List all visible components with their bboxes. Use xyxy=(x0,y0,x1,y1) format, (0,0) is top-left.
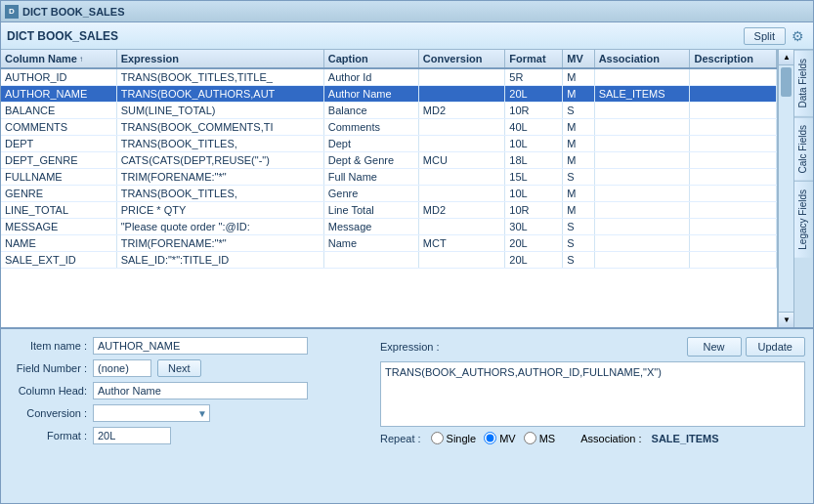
cell-expression: TRANS(BOOK_AUTHORS,AUT xyxy=(116,86,323,103)
table-row[interactable]: FULLNAMETRIM(FORENAME:"*"Full Name15LS xyxy=(1,169,777,186)
cell-association xyxy=(594,119,690,136)
cell-conversion: MD2 xyxy=(418,103,504,119)
th-caption[interactable]: Caption xyxy=(323,50,418,68)
column-head-input[interactable] xyxy=(93,382,308,399)
expression-box[interactable]: TRANS(BOOK_AUTHORS,AUTHOR_ID,FULLNAME,"X… xyxy=(380,361,805,427)
cell-conversion xyxy=(418,68,504,86)
cell-description xyxy=(690,152,777,169)
th-expression[interactable]: Expression xyxy=(116,50,323,68)
association-label: Association : xyxy=(580,433,641,444)
cell-conversion xyxy=(418,169,504,186)
cell-mv: M xyxy=(563,68,594,86)
cell-format: 15L xyxy=(505,169,563,186)
table-row[interactable]: AUTHOR_NAMETRANS(BOOK_AUTHORS,AUTAuthor … xyxy=(1,86,777,103)
repeat-single-radio[interactable] xyxy=(431,432,444,444)
table-row[interactable]: SALE_EXT_IDSALE_ID:"*":TITLE_ID20LS xyxy=(1,252,777,269)
table-row[interactable]: GENRETRANS(BOOK_TITLES,Genre10LM xyxy=(1,186,777,202)
expression-buttons: New Update xyxy=(687,337,806,357)
cell-format: 10L xyxy=(505,186,563,202)
table-row[interactable]: DEPTTRANS(BOOK_TITLES,Dept10LM xyxy=(1,136,777,152)
cell-association xyxy=(594,252,690,269)
item-name-row: Item name : xyxy=(9,337,361,355)
repeat-row: Repeat : Single MV MS xyxy=(380,432,805,444)
toolbar-right: Split ⚙ xyxy=(744,27,807,45)
table-row[interactable]: MESSAGE"Please quote order ":@ID:Message… xyxy=(1,219,777,235)
th-description[interactable]: Description xyxy=(690,50,777,68)
scrollbar[interactable]: ▲ ▼ xyxy=(778,50,793,327)
cell-caption: Line Total xyxy=(323,202,418,219)
expression-label: Expression : xyxy=(380,341,440,353)
expression-value: TRANS(BOOK_AUTHORS,AUTHOR_ID,FULLNAME,"X… xyxy=(385,366,662,378)
table-container[interactable]: Column Name ↑ Expression Caption Convers… xyxy=(1,50,777,327)
table-row[interactable]: AUTHOR_IDTRANS(BOOK_TITLES,TITLE_Author … xyxy=(1,68,777,86)
field-number-input[interactable] xyxy=(93,359,151,377)
main-area: Column Name ↑ Expression Caption Convers… xyxy=(1,50,813,327)
split-button[interactable]: Split xyxy=(744,27,786,45)
association-value: SALE_ITEMS xyxy=(652,433,719,444)
table-row[interactable]: NAMETRIM(FORENAME:"*"NameMCT20LS xyxy=(1,235,777,252)
repeat-mv-radio[interactable] xyxy=(484,432,496,444)
cell-expression: TRANS(BOOK_TITLES,TITLE_ xyxy=(116,68,323,86)
cell-mv: M xyxy=(563,152,594,169)
cell-description xyxy=(690,252,777,269)
new-button[interactable]: New xyxy=(687,337,742,357)
table-row[interactable]: LINE_TOTALPRICE * QTYLine TotalMD210RM xyxy=(1,202,777,219)
cell-caption: Comments xyxy=(323,119,418,136)
cell-format: 10L xyxy=(505,136,563,152)
cell-expression: TRIM(FORENAME:"*" xyxy=(116,235,323,252)
update-button[interactable]: Update xyxy=(746,337,805,357)
repeat-ms-label: MS xyxy=(539,433,556,444)
th-conversion[interactable]: Conversion xyxy=(418,50,504,68)
th-column-name[interactable]: Column Name ↑ xyxy=(1,50,116,68)
repeat-ms-radio[interactable] xyxy=(524,432,536,444)
cell-association: SALE_ITEMS xyxy=(594,86,690,103)
cell-mv: M xyxy=(563,202,594,219)
th-mv[interactable]: MV xyxy=(563,50,594,68)
cell-column_name: DEPT_GENRE xyxy=(1,152,116,169)
cell-expression: PRICE * QTY xyxy=(116,202,323,219)
cell-column_name: LINE_TOTAL xyxy=(1,202,116,219)
cell-expression: SALE_ID:"*":TITLE_ID xyxy=(116,252,323,269)
cell-association xyxy=(594,136,690,152)
cell-caption: Author Id xyxy=(323,68,418,86)
cell-format: 20L xyxy=(505,252,563,269)
scroll-thumb[interactable] xyxy=(781,67,792,97)
cell-association xyxy=(594,186,690,202)
table-row[interactable]: COMMENTSTRANS(BOOK_COMMENTS,TIComments40… xyxy=(1,119,777,136)
item-name-input[interactable] xyxy=(93,337,308,355)
data-fields-tab[interactable]: Data Fields xyxy=(794,50,813,116)
conversion-row: Conversion : MD2 MCU MCT ▼ xyxy=(9,404,361,422)
table-row[interactable]: BALANCESUM(LINE_TOTAL)BalanceMD210RS xyxy=(1,103,777,119)
calc-fields-tab[interactable]: Calc Fields xyxy=(794,116,813,181)
side-tabs: Data Fields Calc Fields Legacy Fields xyxy=(793,50,813,327)
cell-mv: M xyxy=(563,86,594,103)
scroll-up-button[interactable]: ▲ xyxy=(779,50,794,65)
column-head-row: Column Head: xyxy=(9,382,361,399)
format-label: Format : xyxy=(9,430,87,441)
legacy-fields-tab[interactable]: Legacy Fields xyxy=(794,181,813,258)
conversion-select[interactable]: MD2 MCU MCT xyxy=(93,404,210,422)
scroll-track xyxy=(779,65,793,312)
cell-mv: S xyxy=(563,252,594,269)
th-association[interactable]: Association xyxy=(594,50,690,68)
table-row[interactable]: DEPT_GENRECATS(CATS(DEPT,REUSE("-")Dept … xyxy=(1,152,777,169)
cell-mv: M xyxy=(563,186,594,202)
cell-column_name: COMMENTS xyxy=(1,119,116,136)
cell-description xyxy=(690,235,777,252)
cell-format: 10R xyxy=(505,103,563,119)
cell-conversion xyxy=(418,136,504,152)
settings-icon[interactable]: ⚙ xyxy=(792,28,807,44)
repeat-ms-item: MS xyxy=(524,432,556,444)
cell-expression: TRANS(BOOK_TITLES, xyxy=(116,136,323,152)
cell-expression: TRANS(BOOK_COMMENTS,TI xyxy=(116,119,323,136)
cell-column_name: GENRE xyxy=(1,186,116,202)
cell-expression: CATS(CATS(DEPT,REUSE("-") xyxy=(116,152,323,169)
cell-conversion: MCT xyxy=(418,235,504,252)
format-input[interactable] xyxy=(93,427,171,444)
next-button[interactable]: Next xyxy=(157,359,201,377)
cell-format: 30L xyxy=(505,219,563,235)
cell-caption: Genre xyxy=(323,186,418,202)
scroll-down-button[interactable]: ▼ xyxy=(779,312,794,327)
th-format[interactable]: Format xyxy=(505,50,563,68)
bottom-panel: Item name : Field Number : Next Column H… xyxy=(1,327,813,503)
